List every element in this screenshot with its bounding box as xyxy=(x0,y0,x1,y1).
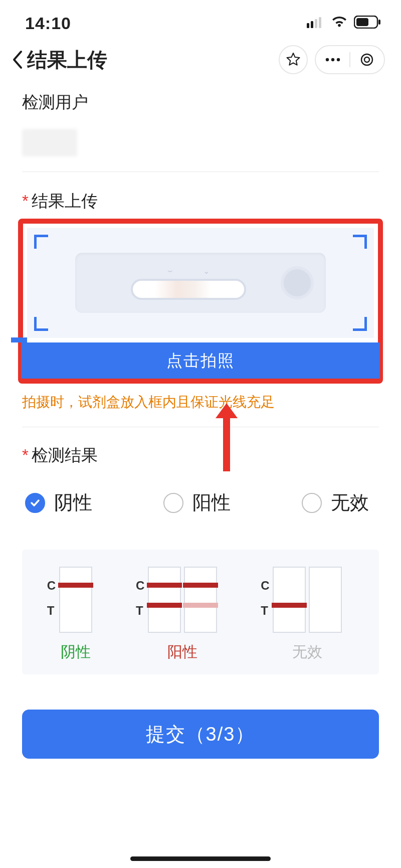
back-button[interactable] xyxy=(10,49,24,71)
upload-label: *结果上传 xyxy=(22,190,379,219)
section-result: *检测结果 阴性 阳性 无效 xyxy=(22,427,379,674)
test-strip: CT xyxy=(59,567,92,633)
result-label: *检测结果 xyxy=(22,444,379,473)
legend-label: 阴性 xyxy=(61,642,91,662)
status-bar: 14:10 xyxy=(0,0,401,40)
battery-icon xyxy=(354,16,381,31)
svg-rect-5 xyxy=(356,18,368,26)
svg-rect-6 xyxy=(378,20,380,25)
legend-label: 阳性 xyxy=(167,642,197,662)
page-title: 结果上传 xyxy=(27,46,107,74)
required-star: * xyxy=(22,192,29,210)
nav-header: 结果上传 xyxy=(0,40,401,83)
favorite-button[interactable] xyxy=(279,45,308,74)
svg-rect-1 xyxy=(311,21,313,28)
legend-label: 无效 xyxy=(292,642,322,662)
wifi-icon xyxy=(331,16,348,30)
legend-invalid: CT 无效 xyxy=(273,567,342,662)
frame-corner xyxy=(34,317,48,331)
check-icon xyxy=(30,497,41,508)
radio-negative[interactable]: 阴性 xyxy=(25,490,92,515)
frame-corner xyxy=(34,235,48,249)
section-upload: *结果上传 ⌣⌄ 点 xyxy=(22,182,379,427)
result-radio-group: 阴性 阳性 无效 xyxy=(22,473,379,523)
svg-rect-2 xyxy=(315,19,317,28)
radio-label: 阴性 xyxy=(54,490,92,515)
chevron-left-icon xyxy=(11,50,23,70)
star-icon xyxy=(286,52,301,67)
camera-preview[interactable]: ⌣⌄ xyxy=(27,228,374,338)
svg-point-7 xyxy=(325,58,328,61)
take-photo-button[interactable]: 点击拍照 xyxy=(21,342,380,379)
test-strip: CT xyxy=(273,567,306,633)
radio-invalid[interactable]: 无效 xyxy=(302,490,369,515)
more-button[interactable] xyxy=(316,58,349,62)
radio-label: 阳性 xyxy=(192,490,231,515)
test-strip: CT xyxy=(148,567,181,633)
annotation-highlight-box: ⌣⌄ 点击拍照 xyxy=(18,219,383,384)
svg-point-8 xyxy=(331,58,334,61)
svg-rect-0 xyxy=(307,23,309,28)
kit-sample-well xyxy=(281,266,314,299)
svg-point-9 xyxy=(336,58,339,61)
test-kit-illustration: ⌣⌄ xyxy=(75,253,326,313)
frame-corner xyxy=(353,317,367,331)
user-name-redacted xyxy=(22,129,77,156)
svg-point-10 xyxy=(361,54,372,65)
status-icons xyxy=(307,16,381,31)
legend-positive: CT 阳性 xyxy=(148,567,217,662)
legend-negative: CT 阴性 xyxy=(59,567,92,662)
frame-corner xyxy=(353,235,367,249)
close-circle-icon xyxy=(360,53,373,66)
home-indicator[interactable] xyxy=(130,856,271,861)
test-strip xyxy=(309,567,342,633)
required-star: * xyxy=(22,446,29,464)
test-strip xyxy=(184,567,217,633)
photo-hint-text: 拍摄时，试剂盒放入框内且保证光线充足 xyxy=(22,384,379,427)
svg-point-11 xyxy=(364,57,369,62)
radio-positive[interactable]: 阳性 xyxy=(163,490,231,515)
capsule-menu xyxy=(315,45,385,74)
user-label: 检测用户 xyxy=(22,91,379,120)
close-miniprogram-button[interactable] xyxy=(350,53,384,66)
result-legend: CT 阴性 CT xyxy=(22,550,379,674)
cellular-icon xyxy=(307,16,325,30)
status-time: 14:10 xyxy=(25,14,71,33)
submit-button[interactable]: 提交（3/3） xyxy=(22,710,379,759)
section-user: 检测用户 xyxy=(22,83,379,172)
radio-label: 无效 xyxy=(331,490,369,515)
more-icon xyxy=(325,58,340,62)
svg-rect-3 xyxy=(319,17,321,28)
annotation-arrow-icon xyxy=(213,401,241,475)
kit-result-window xyxy=(131,279,246,300)
